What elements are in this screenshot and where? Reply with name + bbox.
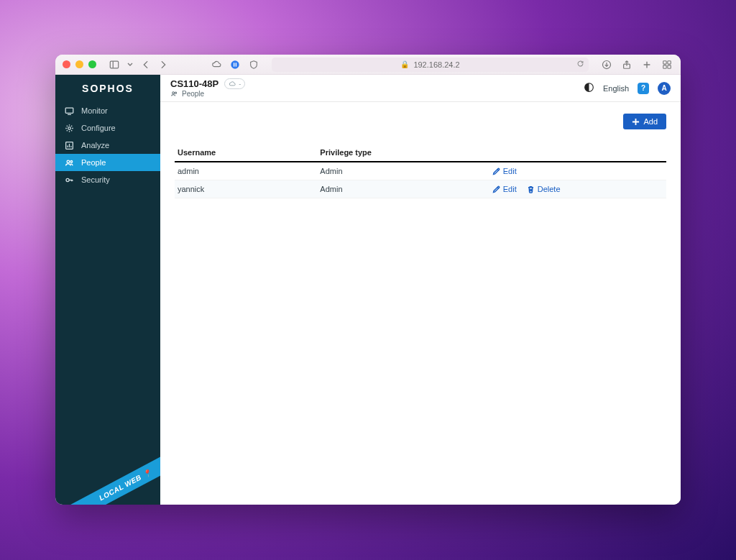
key-icon: [64, 175, 74, 185]
delete-user-button[interactable]: Delete: [527, 185, 561, 193]
svg-point-18: [175, 92, 177, 93]
cell-username: yannick: [175, 180, 317, 198]
avatar[interactable]: A: [658, 82, 671, 95]
sidebar-item-label: Monitor: [81, 106, 108, 115]
svg-rect-9: [663, 65, 666, 68]
cell-privilege: Admin: [317, 162, 489, 180]
window-controls: [63, 60, 96, 68]
language-selector[interactable]: English: [603, 84, 629, 93]
breadcrumb: People: [170, 90, 245, 98]
users-table: Username Privilege type admin Admin: [175, 144, 666, 198]
tab-dropdown-button[interactable]: [126, 58, 134, 71]
address-bar[interactable]: 🔒 192.168.24.2: [272, 58, 589, 72]
minimize-window-button[interactable]: [75, 60, 83, 68]
tab-overview-button[interactable]: [661, 58, 673, 71]
trash-icon: [527, 185, 535, 193]
sidebar-item-label: Analyze: [81, 141, 109, 150]
local-web-ribbon: LOCAL WEB 📍: [68, 449, 160, 505]
sidebar-item-security[interactable]: Security: [55, 171, 160, 188]
col-actions: [489, 144, 666, 162]
cell-username: admin: [175, 162, 317, 180]
table-row: yannick Admin Edit: [175, 180, 666, 198]
people-icon: [64, 157, 74, 167]
extension-pause-button[interactable]: [229, 58, 242, 71]
device-name: CS110-48P: [170, 78, 218, 89]
svg-rect-3: [234, 63, 234, 66]
address-text: 192.168.24.2: [413, 60, 459, 69]
svg-rect-10: [668, 65, 671, 68]
monitor-icon: [64, 106, 74, 116]
chart-icon: [64, 140, 74, 150]
table-row: admin Admin Edit: [175, 162, 666, 180]
svg-rect-7: [663, 60, 666, 63]
back-button[interactable]: [139, 58, 152, 71]
new-tab-button[interactable]: [640, 58, 653, 71]
cloud-tabs-button[interactable]: [210, 58, 223, 71]
theme-toggle-button[interactable]: [584, 82, 594, 94]
svg-point-15: [70, 160, 72, 162]
sidebar: SOPHOS Monitor Configure Analyze People: [55, 75, 160, 505]
sidebar-nav: Monitor Configure Analyze People Securit…: [55, 102, 160, 188]
plus-icon: [632, 118, 640, 126]
svg-point-16: [66, 178, 69, 181]
add-button-label: Add: [643, 117, 658, 126]
content-toolbar: Add: [175, 114, 666, 129]
cloud-icon: [229, 81, 236, 88]
downloads-button[interactable]: [600, 58, 613, 71]
col-username: Username: [175, 144, 317, 162]
gear-icon: [64, 123, 74, 133]
topbar: CS110-48P - People Engli: [160, 75, 681, 102]
svg-rect-0: [110, 61, 118, 68]
sidebar-item-monitor[interactable]: Monitor: [55, 102, 160, 119]
sidebar-item-label: Security: [81, 175, 110, 184]
help-button[interactable]: ?: [638, 83, 649, 94]
col-privilege: Privilege type: [317, 144, 489, 162]
svg-rect-8: [668, 60, 671, 63]
edit-label: Edit: [503, 167, 517, 175]
cloud-status-text: -: [239, 81, 241, 88]
breadcrumb-label: People: [182, 90, 204, 98]
people-icon: [170, 90, 178, 98]
sidebar-item-people[interactable]: People: [55, 154, 160, 171]
browser-toolbar: 🔒 192.168.24.2: [55, 55, 681, 75]
main-panel: CS110-48P - People Engli: [160, 75, 681, 505]
svg-point-17: [172, 92, 175, 94]
cell-privilege: Admin: [317, 180, 489, 198]
forward-button[interactable]: [157, 58, 170, 71]
svg-rect-4: [236, 63, 236, 66]
app-frame: SOPHOS Monitor Configure Analyze People: [55, 75, 681, 505]
sidebar-toggle-button[interactable]: [108, 58, 121, 71]
reload-button[interactable]: [576, 60, 584, 69]
cloud-status-pill[interactable]: -: [224, 78, 245, 89]
sidebar-item-configure[interactable]: Configure: [55, 119, 160, 137]
share-button[interactable]: [620, 58, 633, 71]
svg-rect-11: [65, 108, 73, 113]
browser-window: 🔒 192.168.24.2 SOPHOS: [55, 55, 681, 505]
close-window-button[interactable]: [63, 60, 70, 68]
sidebar-item-label: Configure: [81, 124, 116, 132]
zoom-window-button[interactable]: [88, 60, 96, 68]
sidebar-item-label: People: [81, 158, 106, 167]
svg-point-2: [231, 60, 239, 68]
svg-point-14: [67, 160, 70, 163]
brand-logo: SOPHOS: [55, 75, 160, 102]
edit-icon: [492, 167, 500, 175]
edit-user-button[interactable]: Edit: [492, 167, 517, 175]
edit-icon: [492, 185, 500, 193]
edit-label: Edit: [503, 185, 517, 193]
delete-label: Delete: [538, 185, 561, 193]
content-area: Add Username Privilege type admin: [160, 102, 681, 505]
add-button[interactable]: Add: [623, 114, 666, 129]
sidebar-item-analyze[interactable]: Analyze: [55, 137, 160, 154]
privacy-report-button[interactable]: [247, 58, 260, 71]
edit-user-button[interactable]: Edit: [492, 185, 517, 193]
lock-icon: 🔒: [400, 60, 409, 68]
svg-point-12: [68, 127, 70, 129]
